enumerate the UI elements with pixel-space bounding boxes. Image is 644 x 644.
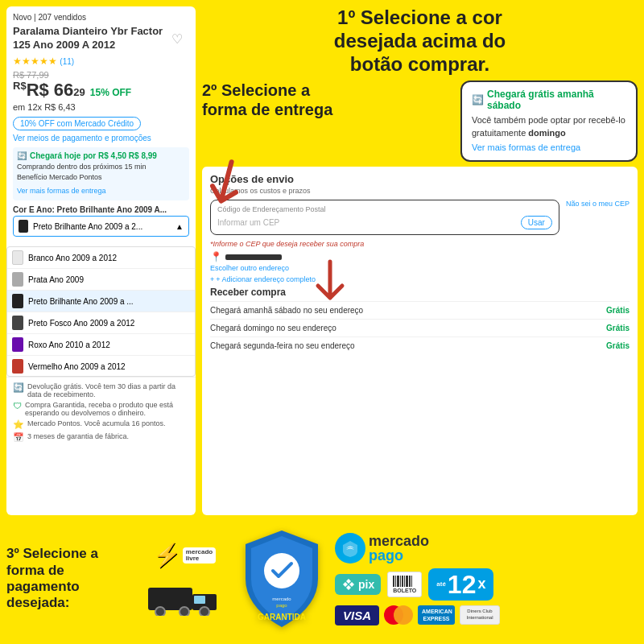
price-main: R$R$ 6629 [13,80,85,101]
step1-text: 1º Selecione a cordesejada acima dobotão… [202,6,638,76]
delivery-link[interactable]: Ver mais formas de entrega [472,142,580,152]
red-arrow-2 [306,258,354,317]
mastercard-logo [384,605,413,625]
color-item-preto-brilhante[interactable]: Preto Brilhante Ano 2009 a ... [7,291,195,312]
color-name: Prata Ano 2009 [28,275,84,284]
cep-input[interactable]: Informar um CEP [217,218,518,227]
color-item-prata[interactable]: Prata Ano 2009 [7,269,195,291]
add-complete-link[interactable]: + + Adicionar endereço completo [210,275,630,283]
check-circle [264,553,299,588]
outro-link[interactable]: Escolher outro endereço [210,264,630,272]
mc-yellow [394,605,413,625]
color-swatch [12,272,23,287]
diners-logo: Diners Club International [460,605,500,625]
parcelas-x: x [477,576,485,592]
garantida-label: GARANTIDA [258,613,306,621]
star-rating: ★★★★★ (11) [13,56,189,67]
garantia-block: mercado pago GARANTIDA [233,526,330,631]
delivery-detail: Você também pode optar por recebê-lo gra… [472,114,626,139]
guarantee-section: 🔄 Devolução grátis. Você tem 30 dias a p… [6,377,196,448]
color-item-preto-fosco[interactable]: Preto Fosco Ano 2009 a 2012 [7,312,195,334]
bar [393,576,394,587]
shipping-info-box: 🔄 Chegará hoje por R$ 4,50 R$ 8,99 Compr… [13,147,189,200]
option-label: Chegará domingo no seu endereço [210,324,336,332]
color-item-branco[interactable]: Branco Ano 2009 a 2012 [7,247,195,269]
shipping-card-sub: Calculamos os custos e prazos [210,187,630,195]
color-name: Roxo Ano 2010 a 2012 [28,341,110,349]
price-off: 15% OFF [90,87,131,98]
ml-logo: mercado livre [183,547,216,564]
address-row: 📍 [210,251,630,262]
mp-circle-logo [335,533,365,564]
cep-field-box: Código de Endereçamento Postal Informar … [210,200,559,235]
pin-icon: 📍 [210,251,222,262]
card-logos-row: VISA AMERICAN EXPRESS Diners Club Intern… [335,605,638,625]
ver-meios-link[interactable]: Ver meios de pagamento e promoções [13,134,189,142]
truck-window [194,596,205,604]
color-item-vermelho[interactable]: Vermelho Ano 2009 a 2012 [7,356,195,376]
option-label: Chegará segunda-feira no seu endereço [210,341,355,350]
visa-logo: VISA [335,605,379,625]
color-name: Preto Fosco Ano 2009 a 2012 [28,319,134,328]
delivery-info-box: 🔄 Chegará grátis amanhã sábado Você tamb… [460,80,638,162]
mp-shield [343,541,357,557]
receber-heading: Receber compra [210,287,630,298]
mp-small-text: mercado [272,597,291,601]
shipping-option-2: Chegará domingo no seu endereço Grátis [210,319,630,336]
nao-sei-link[interactable]: Não sei o meu CEP [566,200,630,235]
devolucao-item: 🔄 Devolução grátis. Você tem 30 dias a p… [13,382,189,398]
garantia-text: 3 meses de garantia de fábrica. [27,432,129,440]
pontos-text: Mercado Pontos. Você acumula 16 pontos. [27,419,166,427]
ml-truck-block: ⚡ mercado livre [140,542,229,616]
shield-icon: 🛡 [13,401,22,411]
mp-small-pago: pago [276,603,287,608]
compra-garantida-text: Compra Garantida, receba o produto que e… [25,401,189,417]
wishlist-icon[interactable]: ♡ [171,31,183,47]
color-name: Branco Ano 2009 a 2012 [28,254,117,262]
devolucao-text: Devolução grátis. Você tem 30 dias a par… [27,382,189,398]
pix-diamond4 [349,582,354,587]
parcelas-number: 12 [448,572,477,597]
parcelas-block: até 12 x [428,568,493,601]
arrow-path [209,159,243,204]
pontos-item: ⭐ Mercado Pontos. Você acumula 16 pontos… [13,419,189,430]
price-old: R$ 77,99 [13,70,189,80]
main-layout: Novo | 207 vendidos Paralama Dianteiro Y… [0,0,644,644]
option-price: Grátis [606,306,630,315]
ver-formas-link[interactable]: Ver mais formas de entrega [17,187,106,195]
step2-block: 2º Selecione aforma de entrega [202,80,332,119]
mp-label2: pago [369,548,429,563]
installments: em 12x R$ 6,43 [13,102,189,112]
pix-diamond1 [346,579,351,584]
cep-field-inner: Informar um CEP Usar [217,216,552,229]
shipping-card-title: Opções de envio [210,173,630,185]
mp-label1: mercado [369,534,429,548]
compra-garantida-item: 🛡 Compra Garantida, receba o produto que… [13,401,189,417]
option-price: Grátis [606,324,630,332]
shipping-option-3: Chegará segunda-feira no seu endereço Gr… [210,336,630,354]
boleto-label: BOLETO [393,588,416,593]
check-icon: 🔄 [13,382,24,393]
color-swatch [12,294,23,308]
recycle-icon: 🔄 [17,151,27,160]
color-name: Preto Brilhante Ano 2009 a ... [28,297,134,306]
step3-text: 3º Selecione a forma de pagamento deseja… [6,546,135,612]
usar-button[interactable]: Usar [521,216,552,229]
receber-section: Receber compra Chegará amanhã sábado no … [210,287,630,354]
truck-svg [144,572,225,616]
bar [402,576,403,587]
color-selected-box[interactable]: Preto Brilhante Ano 2009 a 2... ▲ [13,216,189,237]
step1-block: 1º Selecione a cordesejada acima dobotão… [202,6,638,76]
cep-row: Código de Endereçamento Postal Informar … [210,200,630,235]
payment-options-row: pix BOLETO [335,568,638,601]
addr-bar [225,254,282,260]
bar [400,576,401,587]
amex-logo: AMERICAN EXPRESS [418,605,455,625]
ate-text: até [436,581,446,588]
color-item-roxo[interactable]: Roxo Ano 2010 a 2012 [7,334,195,356]
mercado-credito-btn[interactable]: 10% OFF com Mercado Crédito [13,117,141,130]
product-badge: Novo | 207 vendidos [13,13,189,22]
boleto-bars [393,576,416,587]
step2-text: 2º Selecione aforma de entrega [202,80,332,119]
payment-block: mercado pago pix [335,533,638,625]
